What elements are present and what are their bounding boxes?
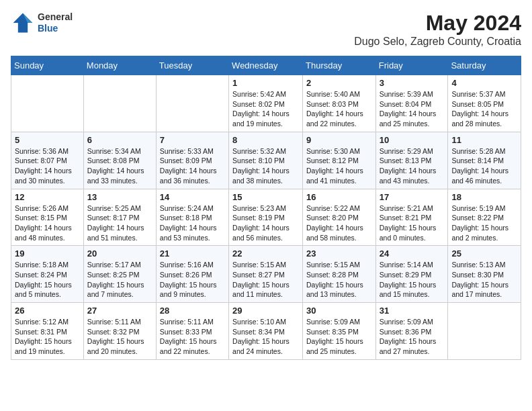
calendar-cell — [11, 75, 84, 132]
day-number: 5 — [15, 135, 80, 145]
day-number: 16 — [306, 192, 372, 202]
weekday-thursday: Thursday — [303, 56, 376, 75]
day-number: 4 — [451, 78, 517, 88]
calendar-cell: 31Sunrise: 5:09 AM Sunset: 8:36 PM Dayli… — [375, 303, 448, 360]
day-info: Sunrise: 5:29 AM Sunset: 8:13 PM Dayligh… — [380, 146, 445, 186]
day-info: Sunrise: 5:26 AM Sunset: 8:15 PM Dayligh… — [15, 203, 80, 243]
week-row-2: 5Sunrise: 5:36 AM Sunset: 8:07 PM Daylig… — [11, 132, 521, 189]
day-info: Sunrise: 5:28 AM Sunset: 8:14 PM Dayligh… — [451, 146, 517, 186]
calendar-cell: 5Sunrise: 5:36 AM Sunset: 8:07 PM Daylig… — [11, 132, 84, 189]
week-row-3: 12Sunrise: 5:26 AM Sunset: 8:15 PM Dayli… — [11, 189, 521, 246]
calendar-cell: 10Sunrise: 5:29 AM Sunset: 8:13 PM Dayli… — [375, 132, 448, 189]
day-number: 1 — [232, 78, 299, 88]
day-number: 12 — [15, 192, 80, 202]
calendar-cell: 9Sunrise: 5:30 AM Sunset: 8:12 PM Daylig… — [303, 132, 376, 189]
day-info: Sunrise: 5:15 AM Sunset: 8:27 PM Dayligh… — [232, 260, 299, 300]
day-info: Sunrise: 5:24 AM Sunset: 8:18 PM Dayligh… — [160, 203, 225, 243]
day-info: Sunrise: 5:37 AM Sunset: 8:05 PM Dayligh… — [451, 89, 517, 129]
day-number: 18 — [451, 192, 517, 202]
day-info: Sunrise: 5:30 AM Sunset: 8:12 PM Dayligh… — [306, 146, 372, 186]
day-info: Sunrise: 5:09 AM Sunset: 8:36 PM Dayligh… — [380, 317, 445, 357]
calendar-cell: 20Sunrise: 5:17 AM Sunset: 8:25 PM Dayli… — [83, 246, 156, 303]
calendar-cell: 29Sunrise: 5:10 AM Sunset: 8:34 PM Dayli… — [229, 303, 303, 360]
day-info: Sunrise: 5:18 AM Sunset: 8:24 PM Dayligh… — [15, 260, 80, 300]
calendar-cell: 6Sunrise: 5:34 AM Sunset: 8:08 PM Daylig… — [83, 132, 156, 189]
calendar-cell — [448, 303, 521, 360]
logo-general: General — [38, 11, 73, 23]
weekday-monday: Monday — [83, 56, 156, 75]
page-header: General Blue May 2024 Dugo Selo, Zagreb … — [11, 11, 521, 48]
day-number: 3 — [380, 78, 445, 88]
day-number: 24 — [380, 248, 445, 259]
day-info: Sunrise: 5:11 AM Sunset: 8:33 PM Dayligh… — [160, 317, 225, 357]
logo-blue: Blue — [38, 23, 73, 34]
day-info: Sunrise: 5:32 AM Sunset: 8:10 PM Dayligh… — [232, 146, 299, 186]
calendar-cell: 14Sunrise: 5:24 AM Sunset: 8:18 PM Dayli… — [156, 189, 228, 246]
day-number: 13 — [87, 192, 152, 202]
day-info: Sunrise: 5:22 AM Sunset: 8:20 PM Dayligh… — [306, 203, 372, 243]
day-number: 6 — [87, 135, 152, 145]
day-info: Sunrise: 5:23 AM Sunset: 8:19 PM Dayligh… — [232, 203, 299, 243]
day-info: Sunrise: 5:13 AM Sunset: 8:30 PM Dayligh… — [451, 260, 517, 300]
day-info: Sunrise: 5:17 AM Sunset: 8:25 PM Dayligh… — [87, 260, 152, 300]
calendar-cell: 28Sunrise: 5:11 AM Sunset: 8:33 PM Dayli… — [156, 303, 228, 360]
weekday-sunday: Sunday — [11, 56, 84, 75]
day-info: Sunrise: 5:36 AM Sunset: 8:07 PM Dayligh… — [15, 146, 80, 186]
week-row-5: 26Sunrise: 5:12 AM Sunset: 8:31 PM Dayli… — [11, 303, 521, 360]
calendar-cell: 4Sunrise: 5:37 AM Sunset: 8:05 PM Daylig… — [448, 75, 521, 132]
calendar-cell: 19Sunrise: 5:18 AM Sunset: 8:24 PM Dayli… — [11, 246, 84, 303]
calendar-cell: 27Sunrise: 5:11 AM Sunset: 8:32 PM Dayli… — [83, 303, 156, 360]
weekday-saturday: Saturday — [448, 56, 521, 75]
calendar-cell: 30Sunrise: 5:09 AM Sunset: 8:35 PM Dayli… — [303, 303, 376, 360]
logo: General Blue — [11, 11, 73, 35]
day-number: 10 — [380, 135, 445, 145]
day-number: 26 — [15, 306, 80, 316]
calendar-cell: 24Sunrise: 5:14 AM Sunset: 8:29 PM Dayli… — [375, 246, 448, 303]
calendar-cell — [156, 75, 228, 132]
calendar-cell: 8Sunrise: 5:32 AM Sunset: 8:10 PM Daylig… — [229, 132, 303, 189]
day-number: 25 — [451, 248, 517, 259]
title-block: May 2024 Dugo Selo, Zagreb County, Croat… — [354, 11, 521, 48]
calendar-cell: 15Sunrise: 5:23 AM Sunset: 8:19 PM Dayli… — [229, 189, 303, 246]
calendar-cell: 16Sunrise: 5:22 AM Sunset: 8:20 PM Dayli… — [303, 189, 376, 246]
weekday-wednesday: Wednesday — [229, 56, 303, 75]
day-number: 20 — [87, 248, 152, 259]
day-number: 27 — [87, 306, 152, 316]
day-number: 2 — [306, 78, 372, 88]
calendar-cell: 26Sunrise: 5:12 AM Sunset: 8:31 PM Dayli… — [11, 303, 84, 360]
day-number: 31 — [380, 306, 445, 316]
week-row-1: 1Sunrise: 5:42 AM Sunset: 8:02 PM Daylig… — [11, 75, 521, 132]
day-number: 28 — [160, 306, 225, 316]
day-info: Sunrise: 5:16 AM Sunset: 8:26 PM Dayligh… — [160, 260, 225, 300]
day-number: 21 — [160, 248, 225, 259]
weekday-header-row: SundayMondayTuesdayWednesdayThursdayFrid… — [11, 56, 521, 75]
calendar-cell: 17Sunrise: 5:21 AM Sunset: 8:21 PM Dayli… — [375, 189, 448, 246]
weekday-tuesday: Tuesday — [156, 56, 228, 75]
day-info: Sunrise: 5:19 AM Sunset: 8:22 PM Dayligh… — [451, 203, 517, 243]
day-number: 22 — [232, 248, 299, 259]
calendar-cell: 3Sunrise: 5:39 AM Sunset: 8:04 PM Daylig… — [375, 75, 448, 132]
day-number: 23 — [306, 248, 372, 259]
calendar-cell: 22Sunrise: 5:15 AM Sunset: 8:27 PM Dayli… — [229, 246, 303, 303]
day-number: 8 — [232, 135, 299, 145]
logo-icon — [11, 11, 35, 35]
calendar-cell: 12Sunrise: 5:26 AM Sunset: 8:15 PM Dayli… — [11, 189, 84, 246]
calendar-cell: 23Sunrise: 5:15 AM Sunset: 8:28 PM Dayli… — [303, 246, 376, 303]
day-number: 17 — [380, 192, 445, 202]
day-info: Sunrise: 5:15 AM Sunset: 8:28 PM Dayligh… — [306, 260, 372, 300]
day-info: Sunrise: 5:40 AM Sunset: 8:03 PM Dayligh… — [306, 89, 372, 129]
month-year: May 2024 — [354, 11, 521, 36]
calendar-cell: 13Sunrise: 5:25 AM Sunset: 8:17 PM Dayli… — [83, 189, 156, 246]
day-number: 14 — [160, 192, 225, 202]
calendar-cell: 18Sunrise: 5:19 AM Sunset: 8:22 PM Dayli… — [448, 189, 521, 246]
calendar-table: SundayMondayTuesdayWednesdayThursdayFrid… — [11, 56, 521, 360]
calendar-cell: 2Sunrise: 5:40 AM Sunset: 8:03 PM Daylig… — [303, 75, 376, 132]
location: Dugo Selo, Zagreb County, Croatia — [354, 36, 521, 48]
calendar-cell: 7Sunrise: 5:33 AM Sunset: 8:09 PM Daylig… — [156, 132, 228, 189]
day-info: Sunrise: 5:39 AM Sunset: 8:04 PM Dayligh… — [380, 89, 445, 129]
day-info: Sunrise: 5:11 AM Sunset: 8:32 PM Dayligh… — [87, 317, 152, 357]
week-row-4: 19Sunrise: 5:18 AM Sunset: 8:24 PM Dayli… — [11, 246, 521, 303]
day-info: Sunrise: 5:10 AM Sunset: 8:34 PM Dayligh… — [232, 317, 299, 357]
day-number: 9 — [306, 135, 372, 145]
logo-text: General Blue — [38, 11, 73, 34]
